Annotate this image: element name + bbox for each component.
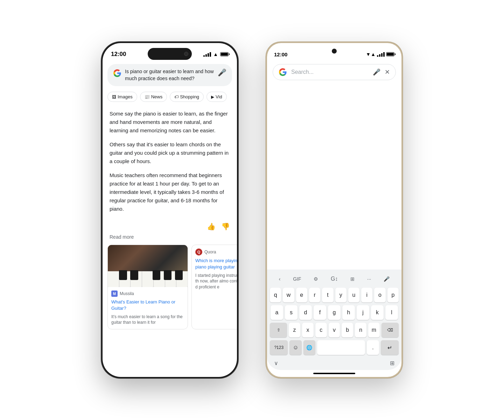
keyboard-more-btn[interactable]: ··· <box>365 275 373 283</box>
key-f[interactable]: f <box>314 305 326 320</box>
mussila-article-title[interactable]: What's Easier to Learn Piano or Guitar? <box>111 299 184 312</box>
mussila-name: Mussila <box>120 291 134 296</box>
android-search-bar[interactable]: Search... 🎤 ✕ <box>273 64 396 80</box>
iphone-device: 12:00 ▲ <box>102 42 238 378</box>
iphone-camera <box>184 52 188 56</box>
thumbs-down-icon[interactable]: 👎 <box>221 222 230 231</box>
iphone-status-icons: ▲ <box>203 51 229 57</box>
read-more-link[interactable]: Read more <box>103 234 237 245</box>
quora-icon: Q <box>195 248 202 255</box>
wifi-icon: ▲ <box>213 51 218 57</box>
signal-icon <box>203 52 211 57</box>
android-close-icon[interactable]: ✕ <box>385 68 390 76</box>
article-card-image <box>108 245 188 287</box>
key-enter[interactable]: ↵ <box>381 340 399 355</box>
result-paragraph-1: Some say the piano is easier to learn, a… <box>110 110 230 135</box>
key-u[interactable]: u <box>348 288 359 302</box>
tab-video[interactable]: ▶ Vid <box>206 92 227 102</box>
key-numbers[interactable]: ?123 <box>270 340 288 355</box>
key-m[interactable]: m <box>368 323 380 337</box>
quora-article-card[interactable]: Q Quora Which is more playing piano play… <box>191 245 237 329</box>
key-w[interactable]: w <box>283 288 294 302</box>
key-c[interactable]: c <box>315 323 327 337</box>
key-h[interactable]: h <box>342 305 355 320</box>
key-k[interactable]: k <box>371 305 384 320</box>
video-tab-icon: ▶ <box>211 94 214 99</box>
key-g[interactable]: g <box>328 305 341 320</box>
keyboard-toolbar: ‹ GIF ⚙ G↕ ⊞ ··· 🎤 <box>268 272 400 286</box>
key-n[interactable]: n <box>355 323 366 337</box>
key-d[interactable]: d <box>299 305 312 320</box>
key-s[interactable]: s <box>285 305 298 320</box>
keyboard-settings-btn[interactable]: ⚙ <box>312 275 320 283</box>
key-y[interactable]: y <box>335 288 346 302</box>
key-i[interactable]: i <box>361 288 372 302</box>
result-actions: 👍 👎 <box>103 222 237 234</box>
android-mic-icon[interactable]: 🎤 <box>373 68 380 76</box>
key-emoji[interactable]: ☺ <box>289 340 301 355</box>
key-r[interactable]: r <box>309 288 320 302</box>
android-device: 12:00 ▼▲ <box>266 42 402 378</box>
article-cards: M Mussila What's Easier to Learn Piano o… <box>103 245 237 329</box>
quora-source: Q Quora <box>195 248 237 255</box>
key-p[interactable]: p <box>387 288 399 302</box>
battery-icon <box>220 52 229 56</box>
android-wifi-icon: ▼▲ <box>366 51 376 57</box>
android-battery-icon <box>386 52 394 56</box>
android-search-action-icons: 🎤 ✕ <box>373 68 390 76</box>
tab-shopping[interactable]: 🏷 Shopping <box>170 92 204 102</box>
key-backspace[interactable]: ⌫ <box>382 323 399 337</box>
iphone-mic-icon[interactable]: 🎤 <box>218 68 226 77</box>
key-q[interactable]: q <box>270 288 281 302</box>
key-a[interactable]: a <box>271 305 283 320</box>
keyboard-translate-btn[interactable]: G↕ <box>329 274 340 284</box>
android-status-icons: ▼▲ <box>366 51 394 57</box>
android-screen: 12:00 ▼▲ <box>267 43 401 377</box>
key-z[interactable]: z <box>289 323 300 337</box>
news-tab-label: News <box>151 94 163 99</box>
key-period[interactable]: . <box>367 340 379 355</box>
key-o[interactable]: o <box>374 288 385 302</box>
keyboard-gif-btn[interactable]: GIF <box>291 275 303 283</box>
result-paragraph-3: Music teachers often recommend that begi… <box>110 171 230 213</box>
keyboard-back-btn[interactable]: ‹ <box>277 275 283 283</box>
keyboard-grid-icon[interactable]: ⊞ <box>390 360 394 366</box>
mussila-article-snippet: It's much easier to learn a song for the… <box>111 314 184 326</box>
keyboard-mic-btn[interactable]: 🎤 <box>382 275 392 283</box>
keyboard-row-3: ⇧ z x c v b n m ⌫ <box>268 323 400 337</box>
keyboard-nav-row: ∨ ⊞ <box>268 358 400 367</box>
key-j[interactable]: j <box>357 305 369 320</box>
keyboard-row-1: q w e r t y u i o p <box>268 288 400 302</box>
key-e[interactable]: e <box>296 288 307 302</box>
quora-card-body: Q Quora Which is more playing piano play… <box>192 245 237 294</box>
android-time: 12:00 <box>274 51 287 57</box>
iphone-search-tabs: 🖼 Images 📰 News 🏷 Shopping ▶ Vid <box>103 90 237 104</box>
quora-article-title[interactable]: Which is more playing piano playing guit… <box>195 258 237 270</box>
key-v[interactable]: v <box>329 323 340 337</box>
key-b[interactable]: b <box>342 323 353 337</box>
android-content: Search... 🎤 ✕ <box>267 61 401 91</box>
piano-guitar-image <box>108 245 188 287</box>
keyboard-collapse-icon[interactable]: ∨ <box>274 360 278 366</box>
shopping-tab-label: Shopping <box>180 94 199 99</box>
tab-images[interactable]: 🖼 Images <box>107 92 137 102</box>
iphone-search-bar[interactable]: Is piano or guitar easier to learn and h… <box>107 64 232 86</box>
article-source: M Mussila <box>111 290 184 297</box>
key-l[interactable]: l <box>385 305 398 320</box>
quora-article-snippet: I started playing instruments th now, af… <box>195 273 237 290</box>
keyboard-row-2: a s d f g h j k l <box>268 305 400 320</box>
images-tab-label: Images <box>118 94 133 99</box>
key-language[interactable]: 🌐 <box>303 340 315 355</box>
mussila-article-card[interactable]: M Mussila What's Easier to Learn Piano o… <box>107 245 188 329</box>
key-shift[interactable]: ⇧ <box>270 323 287 337</box>
key-x[interactable]: x <box>302 323 314 337</box>
thumbs-up-icon[interactable]: 👍 <box>207 222 216 231</box>
tab-news[interactable]: 📰 News <box>140 92 167 102</box>
android-home-indicator <box>313 373 355 374</box>
mussila-icon: M <box>111 290 118 297</box>
key-t[interactable]: t <box>322 288 333 302</box>
android-google-logo <box>279 68 287 76</box>
key-space[interactable] <box>317 340 365 355</box>
keyboard-clipboard-btn[interactable]: ⊞ <box>348 275 357 283</box>
news-tab-icon: 📰 <box>145 94 150 99</box>
